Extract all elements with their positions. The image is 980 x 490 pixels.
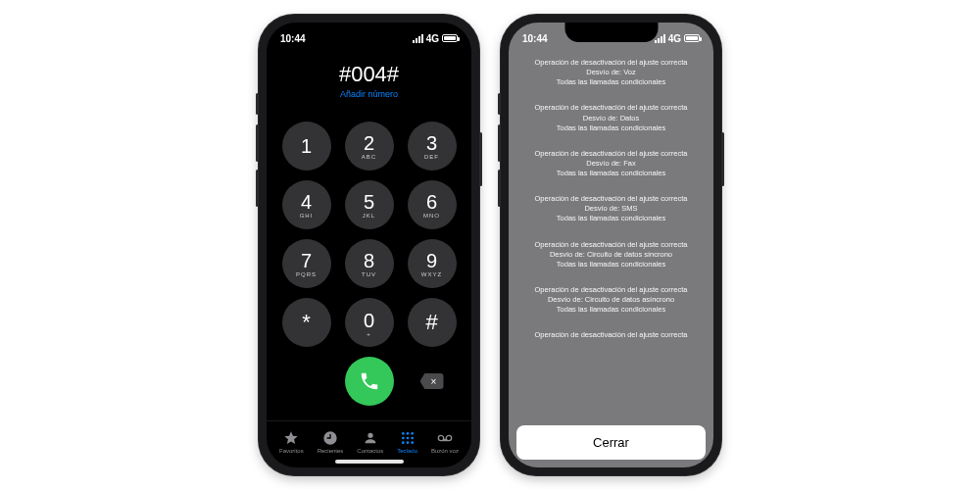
signal-icon xyxy=(655,34,665,43)
volume-up-button xyxy=(256,124,259,162)
key-digit: 9 xyxy=(426,251,437,270)
key-star[interactable]: * xyxy=(282,298,331,347)
mute-switch xyxy=(498,93,501,115)
key-digit: 1 xyxy=(301,136,312,156)
close-button[interactable]: Cerrar xyxy=(516,425,706,460)
network-label: 4G xyxy=(668,33,681,44)
result-line: Operación de desactivación del ajuste co… xyxy=(516,103,706,113)
key-letters: JKL xyxy=(363,213,375,219)
key-8[interactable]: 8TUV xyxy=(345,239,394,288)
result-line: Operación de desactivación del ajuste co… xyxy=(516,149,706,159)
result-line: Operación de desactivación del ajuste co… xyxy=(516,194,706,204)
tab-label: Recientes xyxy=(318,448,344,454)
call-button[interactable] xyxy=(345,357,394,406)
key-digit: 0 xyxy=(364,311,374,330)
svg-point-2 xyxy=(411,432,414,435)
key-3[interactable]: 3DEF xyxy=(408,122,457,171)
result-block: Operación de desactivación del ajuste co… xyxy=(516,330,706,340)
keypad-spacer xyxy=(282,357,331,406)
svg-point-7 xyxy=(406,441,409,444)
delete-glyph: × xyxy=(431,376,437,387)
key-digit: 2 xyxy=(364,133,374,153)
tab-favorites[interactable]: Favoritos xyxy=(279,430,304,454)
key-digit: 6 xyxy=(426,192,437,212)
key-digit: 3 xyxy=(426,133,437,153)
key-letters: MNO xyxy=(423,213,440,219)
star-icon xyxy=(283,430,299,446)
phone-left: 10:44 4G #004# Añadir número 1 2ABC 3DEF… xyxy=(259,15,479,475)
key-letters: TUV xyxy=(362,271,376,277)
ussd-result-list: Operación de desactivación del ajuste co… xyxy=(509,50,713,417)
svg-point-5 xyxy=(411,436,414,439)
result-block: Operación de desactivación del ajuste co… xyxy=(516,58,706,87)
tab-label: Contactos xyxy=(357,448,383,454)
key-letters: ABC xyxy=(362,154,376,160)
tab-label: Teclado xyxy=(397,448,417,454)
result-line: Todas las llamadas condicionales xyxy=(516,214,706,223)
person-icon xyxy=(363,430,378,446)
result-block: Operación de desactivación del ajuste co… xyxy=(516,149,706,178)
keypad-icon xyxy=(400,430,416,446)
result-line: Desvío de: Circuito de datos asíncrono xyxy=(516,295,706,305)
result-line: Operación de desactivación del ajuste co… xyxy=(516,330,706,340)
svg-point-6 xyxy=(402,441,405,444)
signal-icon xyxy=(413,34,423,43)
key-hash[interactable]: # xyxy=(408,298,457,347)
tab-voicemail[interactable]: Buzón voz xyxy=(431,430,459,454)
tab-label: Buzón voz xyxy=(431,448,459,454)
status-icons: 4G xyxy=(413,33,458,44)
svg-point-3 xyxy=(402,436,405,439)
phone-right: 10:44 4G Operación de desactivación del … xyxy=(501,15,721,475)
svg-point-8 xyxy=(411,441,414,444)
svg-point-1 xyxy=(406,432,409,435)
backspace-icon: × xyxy=(420,373,444,389)
volume-down-button xyxy=(498,170,501,207)
result-line: Desvío de: Fax xyxy=(516,159,706,169)
key-digit: 8 xyxy=(364,251,374,270)
add-number-link[interactable]: Añadir número xyxy=(267,89,471,99)
key-letters: PQRS xyxy=(296,271,317,277)
result-block: Operación de desactivación del ajuste co… xyxy=(516,240,706,270)
result-line: Desvío de: Circuito de datos síncrono xyxy=(516,250,706,260)
ussd-result-screen: 10:44 4G Operación de desactivación del … xyxy=(509,23,713,467)
home-indicator xyxy=(335,460,404,464)
phone-icon xyxy=(359,370,380,392)
result-line: Desvío de: SMS xyxy=(516,204,706,214)
power-button xyxy=(721,132,724,186)
status-icons: 4G xyxy=(655,33,700,44)
key-digit: * xyxy=(302,312,311,333)
key-digit: 7 xyxy=(301,251,312,270)
key-4[interactable]: 4GHI xyxy=(282,180,331,229)
key-7[interactable]: 7PQRS xyxy=(282,239,331,288)
tab-keypad[interactable]: Teclado xyxy=(397,430,417,454)
key-1[interactable]: 1 xyxy=(282,122,331,171)
result-line: Desvío de: Datos xyxy=(516,114,706,123)
key-letters: + xyxy=(367,331,371,337)
clock-icon xyxy=(322,430,338,446)
key-5[interactable]: 5JKL xyxy=(345,180,394,229)
result-block: Operación de desactivación del ajuste co… xyxy=(516,285,706,315)
mute-switch xyxy=(256,93,259,115)
key-0[interactable]: 0+ xyxy=(345,298,394,347)
key-9[interactable]: 9WXYZ xyxy=(408,239,457,288)
dial-input-area: #004# Añadir número xyxy=(267,50,471,103)
result-line: Operación de desactivación del ajuste co… xyxy=(516,58,706,68)
result-line: Todas las llamadas condicionales xyxy=(516,77,706,87)
keypad: 1 2ABC 3DEF 4GHI 5JKL 6MNO 7PQRS 8TUV 9W… xyxy=(267,103,471,420)
dialed-number: #004# xyxy=(267,62,471,87)
tab-recents[interactable]: Recientes xyxy=(318,430,344,454)
key-letters: DEF xyxy=(424,154,439,160)
power-button xyxy=(479,132,482,186)
result-block: Operación de desactivación del ajuste co… xyxy=(516,103,706,132)
tab-label: Favoritos xyxy=(279,448,304,454)
battery-icon xyxy=(684,34,700,42)
key-6[interactable]: 6MNO xyxy=(408,180,457,229)
dialer-screen: 10:44 4G #004# Añadir número 1 2ABC 3DEF… xyxy=(267,23,471,467)
delete-button[interactable]: × xyxy=(408,357,457,406)
tab-contacts[interactable]: Contactos xyxy=(357,430,383,454)
result-line: Operación de desactivación del ajuste co… xyxy=(516,285,706,295)
result-line: Todas las llamadas condicionales xyxy=(516,123,706,133)
key-2[interactable]: 2ABC xyxy=(345,122,394,171)
key-letters: GHI xyxy=(300,213,314,219)
volume-down-button xyxy=(256,170,259,207)
